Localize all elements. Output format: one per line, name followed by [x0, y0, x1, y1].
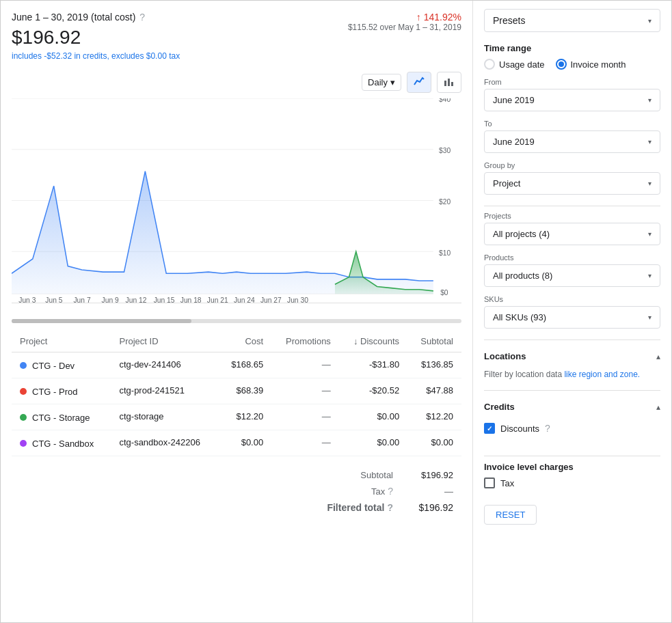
divider-3 — [484, 390, 660, 391]
time-range-radio-group: Usage date Invoice month — [484, 59, 660, 70]
to-chevron-icon: ▾ — [648, 138, 651, 146]
cost-change-pct: 141.92% — [424, 12, 461, 23]
to-label: To — [484, 120, 660, 128]
products-label: Products — [484, 253, 660, 262]
promotions-cell: — — [271, 378, 339, 404]
cost-change-arrow: ↑ — [416, 12, 421, 23]
date-range: June 1 – 30, 2019 (total cost) ? — [12, 12, 180, 23]
svg-text:Jun 3: Jun 3 — [18, 296, 36, 303]
date-range-help-icon[interactable]: ? — [139, 12, 145, 23]
cost-comparison: $115.52 over May 1 – 31, 2019 — [348, 23, 461, 32]
usage-date-radio[interactable]: Usage date — [484, 59, 545, 70]
skus-dropdown[interactable]: All SKUs (93) ▾ — [484, 306, 660, 329]
date-range-text: June 1 – 30, 2019 (total cost) — [12, 12, 135, 23]
scroll-area[interactable] — [12, 314, 461, 328]
time-range-label: Time range — [484, 43, 660, 53]
to-value: June 2019 — [493, 137, 535, 147]
tax-value: — — [399, 486, 453, 497]
col-discounts: ↓ Discounts — [339, 331, 407, 352]
bar-chart-btn[interactable] — [437, 72, 461, 93]
to-dropdown[interactable]: June 2019 ▾ — [484, 130, 660, 153]
from-dropdown[interactable]: June 2019 ▾ — [484, 89, 660, 111]
project-cell: CTG - Storage — [12, 404, 111, 430]
locations-link[interactable]: like region and zone. — [564, 370, 640, 379]
promotions-cell: — — [271, 430, 339, 456]
svg-text:Jun 12: Jun 12 — [126, 296, 147, 303]
skus-value: All SKUs (93) — [493, 312, 546, 322]
discounts-checkbox[interactable]: ✓ — [484, 423, 495, 434]
table-row: CTG - Prod ctg-prod-241521 $68.39 — -$20… — [12, 378, 461, 404]
locations-section: Locations ▴ Filter by location data like… — [484, 346, 660, 379]
totals-section: Subtotal $196.92 Tax ? — Filtered total … — [12, 462, 461, 516]
table-row: CTG - Sandbox ctg-sandbox-242206 $0.00 —… — [12, 430, 461, 456]
tax-checkbox[interactable] — [484, 477, 495, 488]
time-range-section: Time range Usage date Invoice month From… — [484, 43, 660, 195]
credits-collapse-icon: ▴ — [656, 402, 660, 412]
line-chart-btn[interactable] — [407, 72, 431, 93]
locations-header[interactable]: Locations ▴ — [484, 346, 660, 367]
discounts-cell: -$31.80 — [339, 352, 407, 378]
svg-rect-2 — [451, 82, 453, 86]
credits-header[interactable]: Credits ▴ — [484, 396, 660, 417]
projects-dropdown[interactable]: All projects (4) ▾ — [484, 223, 660, 245]
locations-filter-text: Filter by location data like region and … — [484, 370, 660, 379]
svg-text:Jun 7: Jun 7 — [73, 296, 90, 303]
project-id-cell: ctg-storage — [111, 404, 218, 430]
reset-button[interactable]: RESET — [484, 505, 537, 525]
discounts-label: Discounts — [500, 424, 539, 434]
cost-cell: $168.65 — [218, 352, 271, 378]
project-name: CTG - Dev — [32, 361, 75, 371]
products-chevron-icon: ▾ — [648, 272, 651, 279]
discounts-help-icon[interactable]: ? — [545, 423, 550, 434]
sidebar: Presets ▾ Time range Usage date Invoice … — [473, 1, 671, 622]
tax-label: Tax — [500, 478, 514, 488]
project-dot — [20, 414, 27, 421]
svg-text:Jun 9: Jun 9 — [102, 296, 119, 303]
presets-dropdown[interactable]: Presets ▾ — [484, 9, 660, 32]
granularity-selector[interactable]: Daily ▾ — [362, 74, 401, 91]
svg-text:Jun 18: Jun 18 — [180, 296, 202, 303]
group-by-chevron-icon: ▾ — [648, 180, 651, 187]
filtered-total-help-icon[interactable]: ? — [387, 502, 393, 513]
divider-1 — [484, 206, 660, 206]
skus-label: SKUs — [484, 295, 660, 303]
discounts-checkbox-row: ✓ Discounts ? — [484, 423, 660, 434]
promotions-cell: — — [271, 352, 339, 378]
sort-icon[interactable]: ↓ — [353, 336, 358, 346]
chart-controls: Daily ▾ — [12, 72, 461, 93]
skus-chevron-icon: ▾ — [648, 314, 651, 321]
granularity-chevron-icon: ▾ — [390, 77, 395, 87]
project-name: CTG - Storage — [32, 413, 90, 423]
svg-text:Jun 30: Jun 30 — [287, 296, 308, 303]
locations-collapse-icon: ▴ — [656, 352, 660, 361]
project-cell: CTG - Dev — [12, 352, 111, 378]
tax-label: Tax ? — [371, 486, 393, 497]
subtotal-cell: $12.20 — [407, 404, 461, 430]
filtered-total-label: Filtered total ? — [327, 502, 393, 513]
usage-date-radio-circle — [484, 59, 495, 70]
filtered-total-value: $196.92 — [399, 502, 453, 513]
discounts-cell: $0.00 — [339, 430, 407, 456]
project-cell: CTG - Sandbox — [12, 430, 111, 456]
divider-2 — [484, 340, 660, 340]
group-by-dropdown[interactable]: Project ▾ — [484, 172, 660, 195]
subtotal-cell: $136.85 — [407, 352, 461, 378]
cost-cell: $12.20 — [218, 404, 271, 430]
credits-section: Credits ▴ ✓ Discounts ? — [484, 396, 660, 445]
invoice-month-radio[interactable]: Invoice month — [556, 59, 626, 70]
discounts-cell: -$20.52 — [339, 378, 407, 404]
project-dot — [20, 388, 27, 395]
tax-help-icon[interactable]: ? — [388, 486, 393, 497]
svg-text:Jun 27: Jun 27 — [260, 296, 282, 303]
products-dropdown[interactable]: All products (8) ▾ — [484, 264, 660, 287]
discounts-cell: $0.00 — [339, 404, 407, 430]
tax-row: Tax ? — — [12, 483, 461, 499]
svg-text:Jun 15: Jun 15 — [154, 296, 175, 303]
chart-container: Jun 3 Jun 5 Jun 7 Jun 9 Jun 12 Jun 15 Ju… — [12, 98, 461, 303]
presets-chevron-icon: ▾ — [648, 17, 651, 25]
svg-text:$0: $0 — [440, 289, 448, 296]
svg-text:$10: $10 — [439, 249, 451, 256]
subtotal-value: $196.92 — [399, 470, 453, 480]
table-row: CTG - Storage ctg-storage $12.20 — $0.00… — [12, 404, 461, 430]
from-label: From — [484, 78, 660, 86]
